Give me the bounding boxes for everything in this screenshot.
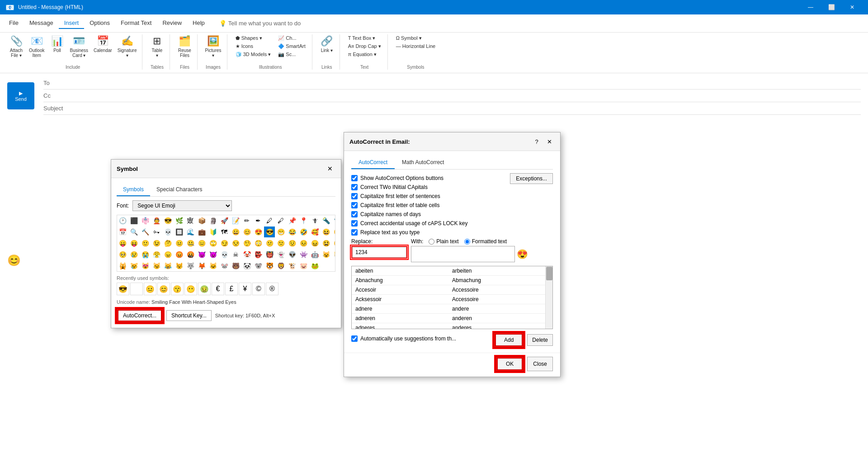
symbol-cell[interactable]: 🐼: [241, 260, 252, 271]
symbol-cell[interactable]: 🤔: [162, 238, 173, 249]
symbol-cell[interactable]: 🔧: [332, 215, 335, 226]
shapes-button[interactable]: ⬟ Shapes ▾: [233, 34, 274, 42]
symbol-cell[interactable]: 😎: [162, 215, 173, 226]
symbol-cell[interactable]: 😀: [230, 227, 241, 237]
symbol-cell[interactable]: 😖: [309, 238, 320, 249]
equation-button[interactable]: π Equation ▾: [345, 51, 384, 58]
symbol-cell[interactable]: 🗡: [309, 215, 320, 226]
replace-as-you-type-checkbox[interactable]: [351, 229, 358, 236]
table-row[interactable]: adnereandere: [352, 304, 545, 314]
symbol-cell[interactable]: 😣: [298, 238, 309, 249]
attach-file-button[interactable]: 📎 AttachFile ▾: [7, 34, 25, 59]
symbol-cell[interactable]: 🤡: [241, 249, 252, 260]
symbol-cell[interactable]: 🤬: [185, 249, 196, 260]
table-button[interactable]: ⊞ Table▾: [148, 34, 166, 59]
shortcut-key-button[interactable]: Shortcut Key...: [166, 310, 212, 321]
symbol-cell[interactable]: 😫: [321, 238, 331, 249]
symbol-cell[interactable]: 😈: [196, 249, 207, 260]
symbol-cell[interactable]: 🐱: [208, 260, 218, 271]
replace-input[interactable]: [352, 247, 406, 258]
symbol-cell[interactable]: 🦁: [275, 260, 286, 271]
table-row[interactable]: AccesoirAccessoire: [352, 285, 545, 295]
symbol-cell[interactable]: 😢: [128, 249, 139, 260]
symbol-cell[interactable]: 🔍: [128, 227, 139, 237]
symbol-cell[interactable]: 👹: [264, 249, 275, 260]
symbol-cell[interactable]: 😁: [275, 227, 286, 237]
symbol-cell[interactable]: 📅: [117, 227, 128, 237]
auto-suggestions-checkbox[interactable]: [351, 335, 358, 342]
tab-special-characters[interactable]: Special Characters: [150, 184, 208, 196]
symbol-cell[interactable]: ✏: [241, 215, 252, 226]
symbol-button[interactable]: Ω Symbol ▾: [393, 34, 438, 42]
symbol-cell[interactable]: 😑: [196, 238, 207, 249]
close-dialog-button[interactable]: Close: [527, 357, 553, 371]
ac-tab-autocorrect[interactable]: AutoCorrect: [351, 156, 395, 169]
recently-used-symbol[interactable]: 🤢: [198, 283, 211, 295]
smartart-button[interactable]: 🔷 SmartArt: [275, 42, 308, 50]
recently-used-symbol[interactable]: 😶: [184, 283, 197, 295]
reuse-files-button[interactable]: 🗂️ ReuseFiles: [175, 34, 193, 59]
ac-help-button[interactable]: ?: [531, 136, 542, 147]
symbol-cell[interactable]: 👾: [298, 249, 309, 260]
symbol-cell[interactable]: 😻: [140, 260, 151, 271]
symbol-cell[interactable]: ☠: [230, 249, 241, 260]
icons-button[interactable]: ★ Icons: [233, 42, 274, 50]
symbol-cell[interactable]: 🌿: [174, 215, 184, 226]
symbol-cell[interactable]: 🐷: [298, 260, 309, 271]
symbol-cell[interactable]: 😼: [151, 260, 162, 271]
symbol-cell[interactable]: 😋: [332, 227, 335, 237]
recently-used-symbol[interactable]: 😊: [157, 283, 170, 295]
font-select[interactable]: Segoe UI Emoji: [132, 200, 232, 211]
menu-help[interactable]: Help: [187, 18, 210, 29]
symbol-cell[interactable]: 🔲: [174, 227, 184, 237]
delete-button[interactable]: Delete: [527, 334, 553, 346]
symbol-cell[interactable]: 📍: [298, 215, 309, 226]
symbol-cell[interactable]: 👻: [275, 249, 286, 260]
symbol-cell[interactable]: 🕸: [185, 215, 196, 226]
symbol-cell[interactable]: 😾: [174, 260, 184, 271]
symbol-cell[interactable]: 😩: [332, 238, 335, 249]
table-row[interactable]: adneresanderes: [352, 323, 545, 329]
close-button[interactable]: ✕: [842, 0, 863, 14]
symbol-cell[interactable]: 🌊: [185, 227, 196, 237]
symbol-cell[interactable]: 🙄: [208, 238, 218, 249]
menu-review[interactable]: Review: [157, 18, 187, 29]
symbol-cell[interactable]: 🔦: [321, 215, 331, 226]
poll-button[interactable]: 📊 Poll: [48, 34, 66, 54]
symbol-cell[interactable]: 😒: [230, 238, 241, 249]
symbol-cell[interactable]: 🔨: [140, 227, 151, 237]
symbol-cell[interactable]: 😹: [162, 260, 173, 271]
symbol-cell[interactable]: 😡: [174, 249, 184, 260]
ac-dialog-close-button[interactable]: ✕: [544, 136, 555, 147]
to-input[interactable]: [71, 80, 861, 86]
recently-used-symbol[interactable]: 😙: [171, 283, 184, 295]
symbol-cell[interactable]: 🐨: [253, 260, 264, 271]
symbol-dialog-close-button[interactable]: ✕: [325, 163, 335, 174]
symbol-cell[interactable]: 😎: [264, 227, 275, 237]
symbol-cell[interactable]: 😠: [162, 249, 173, 260]
add-button[interactable]: Add: [495, 334, 523, 346]
table-row[interactable]: AcksessoirAccessoire: [352, 295, 545, 304]
link-button[interactable]: 🔗 Link ▾: [318, 34, 336, 54]
symbol-cell[interactable]: 😝: [128, 238, 139, 249]
formatted-text-option[interactable]: Formatted text: [464, 238, 507, 245]
symbol-cell[interactable]: 😟: [287, 238, 297, 249]
symbol-cell[interactable]: 💼: [196, 227, 207, 237]
calendar-button[interactable]: 📅 Calendar: [92, 34, 114, 54]
symbol-cell[interactable]: 🐭: [219, 260, 230, 271]
tell-me-text[interactable]: Tell me what you want to do: [228, 20, 301, 27]
autocorrect-scrollbar-thumb[interactable]: [546, 267, 552, 280]
symbol-cell[interactable]: 👲: [151, 215, 162, 226]
formatted-text-radio[interactable]: [464, 239, 470, 245]
table-row[interactable]: adnerenanderen: [352, 314, 545, 323]
symbol-cell[interactable]: 🖊: [264, 215, 275, 226]
recently-used-symbol[interactable]: ¥: [239, 283, 251, 295]
capitalize-days-checkbox[interactable]: [351, 211, 358, 217]
symbol-cell[interactable]: ⬛: [128, 215, 139, 226]
symbol-cell[interactable]: 🗿: [208, 215, 218, 226]
menu-file[interactable]: File: [4, 18, 24, 29]
text-box-button[interactable]: T Text Box ▾: [345, 34, 384, 42]
recently-used-symbol[interactable]: 😎: [117, 283, 129, 295]
autocorrect-scrollbar[interactable]: [545, 266, 552, 329]
maximize-button[interactable]: ⬜: [821, 0, 842, 14]
